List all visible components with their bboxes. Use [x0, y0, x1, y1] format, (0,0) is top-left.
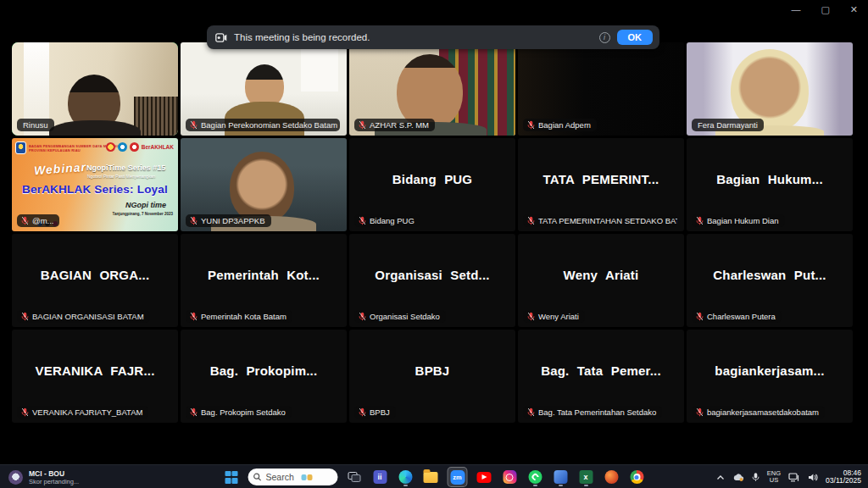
clock-date: 03/11/2025 [826, 477, 861, 485]
orange-app-button[interactable] [603, 468, 620, 486]
close-button[interactable]: ✕ [850, 3, 858, 15]
participant-name-label: AZHAR S.P. MM [370, 120, 429, 130]
banner-webinar-script: Webinar [34, 160, 87, 177]
language-indicator[interactable]: ENG US [767, 470, 781, 484]
participant-tile-bidang-pug[interactable]: Bidang PUG Bidang PUG [349, 138, 515, 231]
participant-tile-bagian-organisasi[interactable]: BAGIAN ORGA... BAGIAN ORGANISASI BATAM [12, 234, 178, 327]
search-input[interactable]: Search [248, 469, 338, 485]
taskbar-center-icons: Search ii zm [223, 465, 646, 488]
participant-tile-perekonomian[interactable]: Bagian Perekonomian Setdako Batam [181, 42, 347, 136]
excel-button[interactable]: x [577, 468, 595, 486]
participant-tile-bag-tata-pemerintahan[interactable]: Bag. Tata Pemer... Bag. Tata Pemerintaha… [518, 330, 684, 423]
participant-name-pill: @m... [17, 214, 59, 227]
participant-tile-rinusu[interactable]: Rinusu [12, 42, 178, 136]
participant-name-pill: Bag. Tata Pemerintahan Setdako [523, 406, 662, 419]
muted-mic-icon [359, 120, 366, 130]
participant-display-name: Bagian Hukum... [687, 138, 853, 219]
participant-name-label: Bag. Tata Pemerintahan Setdako [538, 408, 656, 417]
youtube-icon [477, 472, 492, 483]
participant-name-label: VERANIKA FAJRIATY_BATAM [32, 408, 142, 417]
start-button[interactable] [223, 468, 241, 486]
participant-display-name: Bag. Prokopim... [181, 330, 347, 411]
chrome-icon [630, 470, 643, 484]
participant-tile-prokopim[interactable]: Bag. Prokopim... Bag. Prokopim Setdako [181, 330, 347, 423]
teams-button[interactable]: ii [371, 468, 389, 486]
search-icon [253, 473, 262, 481]
windows-logo-icon [225, 471, 238, 484]
banner-series-tagline: Ngobrol Pintar Pasti Menyenangkan [87, 174, 155, 179]
participant-name-pill: VERANIKA FAJRIATY_BATAM [17, 406, 148, 419]
participant-tile-webinar-banner[interactable]: BADAN PENGEMBANGAN SUMBER DAYA MANUSIA P… [12, 138, 178, 231]
participant-name-label: Bagian Perekonomian Setdako Batam [201, 120, 337, 130]
minimize-button[interactable]: — [791, 3, 800, 15]
participant-name-pill: Bagian Hukum Dian [692, 214, 785, 227]
zoom-app-button-active[interactable]: zm [448, 467, 468, 487]
onedrive-cloud-icon[interactable] [732, 473, 744, 481]
tray-chevron-up-icon[interactable] [716, 474, 725, 480]
avatar [397, 54, 463, 129]
participant-tile-bpbj[interactable]: BPBJ BPBJ [349, 330, 515, 423]
whatsapp-button[interactable] [526, 468, 544, 486]
muted-mic-icon [359, 312, 366, 321]
participant-name-label: Charleswan Putera [707, 312, 776, 321]
chrome-button[interactable] [628, 468, 646, 486]
avatar [230, 152, 294, 223]
volume-icon[interactable] [808, 473, 818, 482]
maximize-button[interactable]: ▢ [821, 3, 829, 15]
banner-series-title: NgopiTime Series #15 [86, 164, 165, 172]
edge-icon [398, 470, 412, 484]
instagram-button[interactable] [501, 468, 519, 486]
edge-button[interactable] [397, 468, 415, 486]
participant-tile-bagiankerjasama[interactable]: bagiankerjasam... bagiankerjasamasetdako… [687, 330, 853, 423]
muted-mic-icon [696, 312, 704, 321]
participant-name-label: Bagian Hukum Dian [707, 216, 779, 225]
participant-name-label: Weny Ariati [538, 312, 579, 321]
muted-mic-icon [190, 120, 198, 130]
search-highlight-icon [302, 474, 333, 480]
participant-name-pill: AZHAR S.P. MM [354, 119, 435, 131]
muted-mic-icon [21, 408, 29, 417]
participant-tile-fera[interactable]: Fera Darmayanti [687, 42, 853, 136]
participant-tile-charleswan[interactable]: Charleswan Put... Charleswan Putera [687, 234, 853, 327]
muted-mic-icon [190, 312, 198, 321]
participant-name-pill: Bagian Adpem [523, 119, 597, 131]
zoom-meeting-window: — ▢ ✕ This meeting is being recorded. i … [0, 0, 868, 488]
muted-mic-icon [527, 312, 535, 321]
info-icon[interactable]: i [599, 32, 610, 43]
participant-tile-organisasi-setdako[interactable]: Organisasi Setd... Organisasi Setdako [349, 234, 515, 327]
youtube-button[interactable] [476, 468, 493, 486]
partner-logo-icon [106, 142, 115, 152]
muted-mic-icon [359, 408, 366, 417]
ok-button[interactable]: OK [617, 30, 654, 45]
participant-name-pill: Organisasi Setdako [354, 310, 446, 323]
muted-mic-icon [527, 120, 535, 130]
banner-org-header: BADAN PENGEMBANGAN SUMBER DAYA MANUSIA P… [15, 141, 120, 154]
participant-tile-weny-ariati[interactable]: Weny Ariati Weny Ariati [518, 234, 684, 327]
widget-subtitle: Skor pertanding... [29, 478, 79, 485]
task-view-button[interactable] [346, 468, 364, 486]
network-icon[interactable] [788, 473, 800, 482]
windows-taskbar: MCI - BOU Skor pertanding... Search ii [0, 464, 868, 488]
banner-partner-logos: BerAKHLAK [106, 142, 174, 152]
participant-tile-azhar[interactable]: AZHAR S.P. MM [349, 42, 515, 136]
blue-app-button[interactable] [552, 468, 570, 486]
tray-mic-icon[interactable] [752, 472, 760, 482]
participant-tile-veranika[interactable]: VERANIKA FAJR... VERANIKA FAJRIATY_BATAM [12, 330, 178, 423]
participant-name-label: BPBJ [370, 408, 390, 417]
participant-tile-tata-pemerintahan[interactable]: TATA PEMERINT... TATA PEMERINTAHAN SETDA… [518, 138, 684, 231]
participant-tile-adpem[interactable]: Bagian Adpem [518, 42, 684, 136]
participant-name-pill: TATA PEMERINTAHAN SETDAKO BATAM [523, 214, 677, 227]
instagram-icon [503, 470, 516, 484]
language-line2: US [767, 477, 781, 484]
participant-tile-pemerintah-kota[interactable]: Pemerintah Kot... Pemerintah Kota Batam [181, 234, 347, 327]
participant-tile-yuni[interactable]: YUNI DP3APPKB [181, 138, 347, 231]
partner-logo-icon [118, 142, 127, 152]
clock[interactable]: 08:46 03/11/2025 [826, 469, 861, 485]
widgets-button[interactable]: MCI - BOU Skor pertanding... [8, 465, 79, 488]
participant-name-pill: BAGIAN ORGANISASI BATAM [17, 310, 150, 323]
banner-org-line2: PROVINSI KEPULAUAN RIAU [29, 148, 81, 152]
banner-date: Tanjungpinang, 7 November 2023 [113, 212, 173, 216]
file-explorer-button[interactable] [422, 468, 440, 486]
participant-tile-bagian-hukum[interactable]: Bagian Hukum... Bagian Hukum Dian [687, 138, 853, 231]
participant-name-pill: Rinusu [17, 119, 54, 131]
